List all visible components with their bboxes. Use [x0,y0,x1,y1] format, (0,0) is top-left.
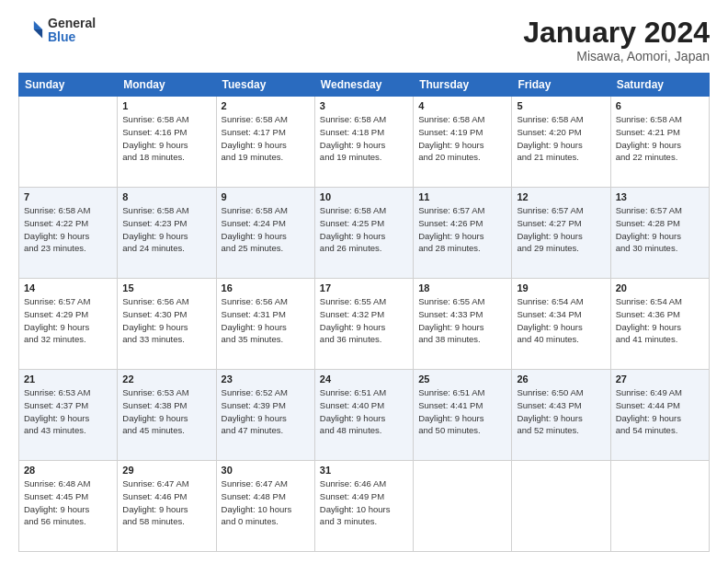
day-info: Sunrise: 6:58 AM Sunset: 4:21 PM Dayligh… [616,113,704,164]
day-number: 3 [320,100,408,111]
day-number: 30 [222,465,310,476]
day-cell: 20Sunrise: 6:54 AM Sunset: 4:36 PM Dayli… [610,279,709,370]
day-info: Sunrise: 6:58 AM Sunset: 4:20 PM Dayligh… [517,113,605,164]
day-cell: 2Sunrise: 6:58 AM Sunset: 4:17 PM Daylig… [216,97,314,188]
day-info: Sunrise: 6:58 AM Sunset: 4:19 PM Dayligh… [418,113,506,164]
day-info: Sunrise: 6:57 AM Sunset: 4:26 PM Dayligh… [418,204,506,255]
day-number: 8 [122,191,210,202]
day-number: 15 [122,282,210,293]
day-info: Sunrise: 6:51 AM Sunset: 4:40 PM Dayligh… [320,386,408,437]
day-info: Sunrise: 6:58 AM Sunset: 4:25 PM Dayligh… [320,204,408,255]
day-cell [512,461,610,552]
svg-rect-2 [20,21,32,39]
col-header-sunday: Sunday [19,74,118,97]
day-info: Sunrise: 6:57 AM Sunset: 4:27 PM Dayligh… [517,204,605,255]
day-info: Sunrise: 6:58 AM Sunset: 4:18 PM Dayligh… [320,113,408,164]
col-header-tuesday: Tuesday [216,74,314,97]
day-info: Sunrise: 6:53 AM Sunset: 4:38 PM Dayligh… [122,386,210,437]
day-info: Sunrise: 6:53 AM Sunset: 4:37 PM Dayligh… [24,386,112,437]
day-info: Sunrise: 6:56 AM Sunset: 4:30 PM Dayligh… [122,295,210,346]
header-row: SundayMondayTuesdayWednesdayThursdayFrid… [19,74,710,97]
day-number: 21 [24,373,112,385]
day-cell: 27Sunrise: 6:49 AM Sunset: 4:44 PM Dayli… [610,370,709,461]
day-number: 22 [122,373,210,385]
calendar-table: SundayMondayTuesdayWednesdayThursdayFrid… [18,73,710,552]
col-header-wednesday: Wednesday [314,74,413,97]
day-info: Sunrise: 6:54 AM Sunset: 4:36 PM Dayligh… [616,295,704,346]
day-cell: 23Sunrise: 6:52 AM Sunset: 4:39 PM Dayli… [216,370,314,461]
day-info: Sunrise: 6:57 AM Sunset: 4:29 PM Dayligh… [24,295,112,346]
day-number: 25 [418,373,506,385]
day-cell [610,461,709,552]
week-row-1: 1Sunrise: 6:58 AM Sunset: 4:16 PM Daylig… [19,97,710,188]
day-cell: 14Sunrise: 6:57 AM Sunset: 4:29 PM Dayli… [19,279,118,370]
day-cell: 15Sunrise: 6:56 AM Sunset: 4:30 PM Dayli… [118,279,216,370]
day-cell: 21Sunrise: 6:53 AM Sunset: 4:37 PM Dayli… [19,370,118,461]
day-cell: 13Sunrise: 6:57 AM Sunset: 4:28 PM Dayli… [610,188,709,279]
logo: General Blue [18,17,96,45]
day-cell: 17Sunrise: 6:55 AM Sunset: 4:32 PM Dayli… [314,279,413,370]
day-cell: 16Sunrise: 6:56 AM Sunset: 4:31 PM Dayli… [216,279,314,370]
logo-blue: Blue [48,30,96,44]
day-number: 14 [24,282,112,293]
day-number: 18 [418,282,506,293]
day-info: Sunrise: 6:58 AM Sunset: 4:23 PM Dayligh… [122,204,210,255]
day-cell: 4Sunrise: 6:58 AM Sunset: 4:19 PM Daylig… [414,97,512,188]
day-info: Sunrise: 6:47 AM Sunset: 4:46 PM Dayligh… [122,477,210,528]
day-number: 26 [517,373,605,385]
day-info: Sunrise: 6:51 AM Sunset: 4:41 PM Dayligh… [418,386,506,437]
day-number: 29 [122,465,210,476]
logo-icon [18,17,44,43]
day-cell: 9Sunrise: 6:58 AM Sunset: 4:24 PM Daylig… [216,188,314,279]
day-number: 1 [122,100,210,111]
day-info: Sunrise: 6:52 AM Sunset: 4:39 PM Dayligh… [222,386,310,437]
day-number: 16 [222,282,310,293]
day-cell: 28Sunrise: 6:48 AM Sunset: 4:45 PM Dayli… [19,461,118,552]
col-header-monday: Monday [118,74,216,97]
day-number: 31 [320,465,408,476]
day-number: 11 [418,191,506,202]
day-info: Sunrise: 6:48 AM Sunset: 4:45 PM Dayligh… [24,477,112,528]
day-number: 7 [24,191,112,202]
day-cell: 12Sunrise: 6:57 AM Sunset: 4:27 PM Dayli… [512,188,610,279]
day-cell: 1Sunrise: 6:58 AM Sunset: 4:16 PM Daylig… [118,97,216,188]
day-info: Sunrise: 6:47 AM Sunset: 4:48 PM Dayligh… [222,477,310,528]
col-header-thursday: Thursday [414,74,512,97]
day-cell: 5Sunrise: 6:58 AM Sunset: 4:20 PM Daylig… [512,97,610,188]
day-number: 24 [320,373,408,385]
day-cell: 7Sunrise: 6:58 AM Sunset: 4:22 PM Daylig… [19,188,118,279]
day-cell: 22Sunrise: 6:53 AM Sunset: 4:38 PM Dayli… [118,370,216,461]
day-info: Sunrise: 6:58 AM Sunset: 4:17 PM Dayligh… [222,113,310,164]
day-info: Sunrise: 6:56 AM Sunset: 4:31 PM Dayligh… [222,295,310,346]
day-number: 9 [222,191,310,202]
day-cell: 24Sunrise: 6:51 AM Sunset: 4:40 PM Dayli… [314,370,413,461]
day-cell: 25Sunrise: 6:51 AM Sunset: 4:41 PM Dayli… [414,370,512,461]
week-row-3: 14Sunrise: 6:57 AM Sunset: 4:29 PM Dayli… [19,279,710,370]
day-info: Sunrise: 6:58 AM Sunset: 4:22 PM Dayligh… [24,204,112,255]
day-info: Sunrise: 6:55 AM Sunset: 4:33 PM Dayligh… [418,295,506,346]
day-cell: 8Sunrise: 6:58 AM Sunset: 4:23 PM Daylig… [118,188,216,279]
page-header: General Blue January 2024 Misawa, Aomori… [18,17,710,63]
logo-general: General [48,17,96,30]
day-number: 5 [517,100,605,111]
day-number: 13 [616,191,704,202]
day-number: 23 [222,373,310,385]
logo-text: General Blue [48,17,96,45]
day-cell: 31Sunrise: 6:46 AM Sunset: 4:49 PM Dayli… [314,461,413,552]
day-number: 19 [517,282,605,293]
day-info: Sunrise: 6:55 AM Sunset: 4:32 PM Dayligh… [320,295,408,346]
day-info: Sunrise: 6:54 AM Sunset: 4:34 PM Dayligh… [517,295,605,346]
svg-marker-1 [34,29,42,38]
day-cell [414,461,512,552]
day-info: Sunrise: 6:50 AM Sunset: 4:43 PM Dayligh… [517,386,605,437]
day-cell: 26Sunrise: 6:50 AM Sunset: 4:43 PM Dayli… [512,370,610,461]
day-info: Sunrise: 6:46 AM Sunset: 4:49 PM Dayligh… [320,477,408,528]
day-info: Sunrise: 6:49 AM Sunset: 4:44 PM Dayligh… [616,386,704,437]
day-number: 2 [222,100,310,111]
day-number: 6 [616,100,704,111]
day-cell: 29Sunrise: 6:47 AM Sunset: 4:46 PM Dayli… [118,461,216,552]
day-cell: 6Sunrise: 6:58 AM Sunset: 4:21 PM Daylig… [610,97,709,188]
week-row-2: 7Sunrise: 6:58 AM Sunset: 4:22 PM Daylig… [19,188,710,279]
week-row-4: 21Sunrise: 6:53 AM Sunset: 4:37 PM Dayli… [19,370,710,461]
day-number: 10 [320,191,408,202]
